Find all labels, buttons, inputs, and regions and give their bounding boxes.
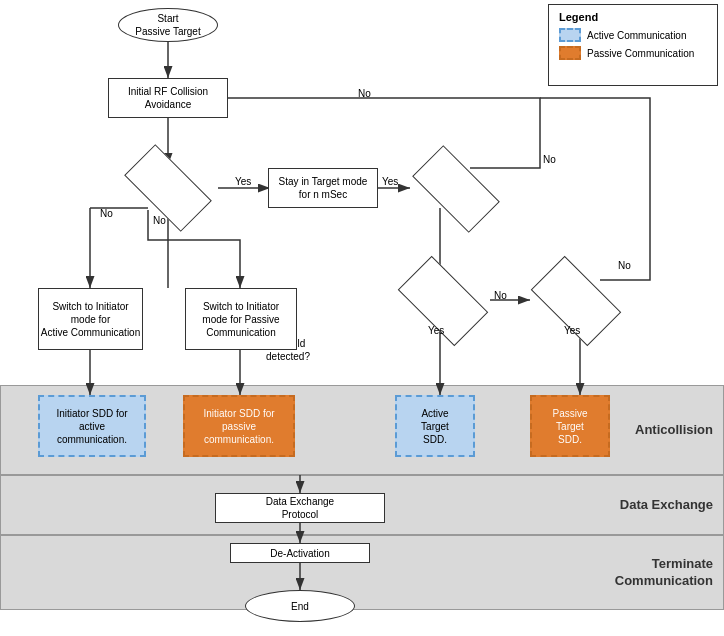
anticollision-label: Anticollision (635, 422, 713, 439)
no-atr-label: No (494, 290, 507, 301)
initial-rf-node: Initial RF CollisionAvoidance (108, 78, 228, 118)
atr-req-wrapper: Is packetATR_REQ? (395, 273, 491, 329)
terminate-label: TerminateCommunication (615, 556, 713, 590)
data-exchange-node: Data ExchangeProtocol (215, 493, 385, 523)
no-packet-label: No (543, 154, 556, 165)
initiator-sdd-passive-node: Initiator SDD forpassivecommunication. (183, 395, 295, 457)
passive-target-sdd-node: PassiveTargetSDD. (530, 395, 610, 457)
switch-active-node: Switch to Initiatormode forActive Commun… (38, 288, 143, 350)
legend-box: Legend Active Communication Passive Comm… (548, 4, 718, 86)
no-req-label: No (618, 260, 631, 271)
legend-passive-swatch (559, 46, 581, 60)
data-exchange-label: Data Exchange (620, 497, 713, 514)
initiator-sdd-active-node: Initiator SDD foractivecommunication. (38, 395, 146, 457)
yes-rf-label: Yes (235, 176, 251, 187)
no-rf-left-label: No (100, 208, 113, 219)
switch-passive-node: Switch to Initiatormode for PassiveCommu… (185, 288, 297, 350)
start-node: StartPassive Target (118, 8, 218, 42)
flowchart-diagram: Anticollision Data Exchange TerminateCom… (0, 0, 724, 636)
legend-passive-item: Passive Communication (559, 46, 707, 60)
yes-stay-label: Yes (382, 176, 398, 187)
legend-active-item: Active Communication (559, 28, 707, 42)
no-rf-mid-label: No (153, 215, 166, 226)
no-big-label: No (358, 88, 371, 99)
stay-target-node: Stay in Target modefor n mSec (268, 168, 378, 208)
active-target-sdd-node: ActiveTargetSDD. (395, 395, 475, 457)
legend-active-swatch (559, 28, 581, 42)
end-node: End (245, 590, 355, 622)
deactivation-node: De-Activation (230, 543, 370, 563)
legend-passive-label: Passive Communication (587, 48, 694, 59)
legend-active-label: Active Communication (587, 30, 686, 41)
req-a-wrapper: Is packetREQ_A? (528, 273, 624, 329)
yes-atr-label: Yes (428, 325, 444, 336)
rf-detected-diamond-wrapper: RF fielddetected? (120, 162, 216, 214)
legend-title: Legend (559, 11, 707, 23)
yes-req-label: Yes (564, 325, 580, 336)
packet-received-wrapper: Packetreceived? (408, 163, 504, 215)
